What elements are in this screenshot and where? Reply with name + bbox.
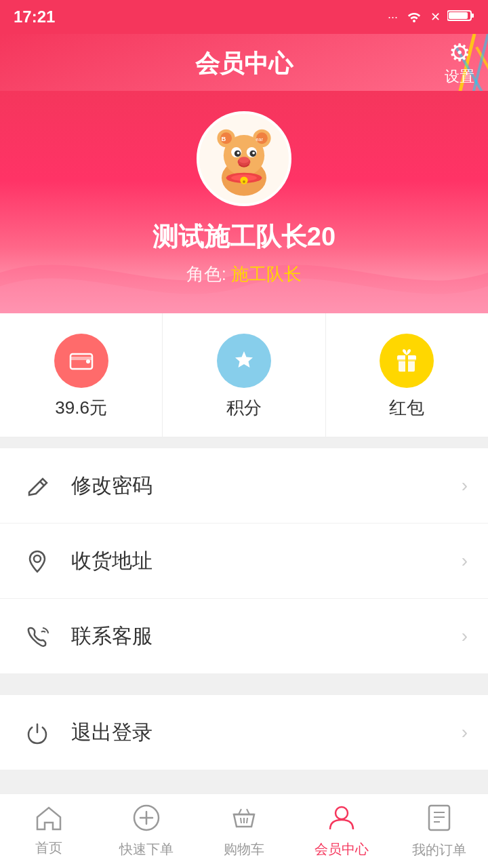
menu-item-change-password[interactable]: 修改密码 ›	[0, 448, 488, 524]
gift-icon	[380, 334, 434, 388]
logout-label: 退出登录	[71, 719, 462, 747]
battery-icon	[447, 9, 474, 26]
location-icon	[20, 544, 54, 578]
nav-cart[interactable]: 购物车	[195, 794, 293, 868]
avatar-container: B ear	[0, 91, 488, 220]
avatar-image: B ear	[199, 111, 289, 206]
status-bar: 17:21 ··· ✕	[0, 0, 488, 34]
nav-orders[interactable]: 我的订单	[390, 794, 488, 868]
username: 测试施工队长20	[0, 220, 488, 254]
svg-point-19	[239, 157, 249, 163]
role-prefix: 角色:	[186, 264, 231, 284]
menu-group-1: 修改密码 › 收货地址 › 联系客服 ›	[0, 448, 488, 673]
status-time: 17:21	[14, 7, 55, 26]
arrow-icon-service: ›	[462, 625, 468, 647]
arrow-icon-password: ›	[462, 475, 468, 496]
role-name: 施工队长	[231, 264, 302, 284]
close-icon: ✕	[430, 9, 441, 24]
stats-row: 39.6元 积分 红包	[0, 313, 488, 437]
svg-point-39	[336, 807, 348, 819]
wallet-value: 39.6元	[55, 396, 107, 420]
menu-item-address[interactable]: 收货地址 ›	[0, 524, 488, 599]
nav-home-label: 首页	[35, 839, 62, 857]
gear-icon: ⚙	[449, 41, 470, 65]
menu-item-logout[interactable]: 退出登录 ›	[0, 695, 488, 770]
svg-line-38	[247, 818, 247, 823]
nav-quick-order-label: 快速下单	[119, 840, 174, 859]
plus-circle-icon	[132, 804, 161, 836]
arrow-icon-logout: ›	[462, 722, 468, 743]
svg-text:ear: ear	[256, 136, 263, 142]
svg-rect-1	[471, 14, 474, 18]
nav-member[interactable]: 会员中心	[293, 794, 390, 868]
menu-item-customer-service[interactable]: 联系客服 ›	[0, 599, 488, 673]
avatar: B ear	[197, 111, 291, 206]
stat-wallet[interactable]: 39.6元	[0, 313, 163, 437]
stat-points[interactable]: 积分	[163, 313, 325, 437]
settings-label: 设置	[445, 66, 474, 87]
signal-icon: ···	[388, 10, 398, 24]
change-password-label: 修改密码	[71, 472, 462, 500]
settings-button[interactable]: ⚙ 设置	[445, 41, 474, 87]
user-icon	[327, 804, 356, 836]
nav-orders-label: 我的订单	[412, 841, 466, 859]
header-top: 会员中心 ⚙ 设置	[0, 34, 488, 91]
svg-rect-27	[70, 357, 92, 360]
power-icon	[20, 715, 54, 749]
basket-icon	[230, 804, 258, 836]
svg-point-23	[243, 180, 245, 183]
nav-home[interactable]: 首页	[0, 794, 98, 868]
address-label: 收货地址	[71, 547, 462, 575]
svg-point-33	[34, 555, 41, 562]
stat-redpacket[interactable]: 红包	[326, 313, 488, 437]
svg-line-36	[241, 818, 241, 823]
svg-rect-2	[449, 12, 468, 19]
svg-rect-31	[405, 355, 408, 372]
role-text: 角色: 施工队长	[0, 262, 488, 286]
profile-section: B ear 测试施工队长20 角色: 施工队长	[0, 91, 488, 313]
star-icon	[217, 334, 271, 388]
menu-divider	[0, 673, 488, 684]
edit-icon	[20, 469, 54, 502]
svg-point-16	[237, 152, 240, 155]
phone-icon	[20, 619, 54, 653]
arrow-icon-address: ›	[462, 550, 468, 572]
menu-group-2: 退出登录 ›	[0, 695, 488, 770]
svg-point-22	[240, 176, 247, 184]
svg-text:B: B	[221, 135, 226, 142]
svg-point-28	[86, 359, 90, 363]
document-icon	[426, 803, 452, 837]
status-icons: ··· ✕	[388, 9, 474, 26]
svg-rect-32	[397, 359, 416, 361]
home-icon	[35, 805, 63, 835]
redpacket-label: 红包	[389, 396, 424, 420]
header: 会员中心 ⚙ 设置	[0, 34, 488, 91]
bottom-nav: 首页 快速下单 购物车	[0, 793, 488, 868]
wallet-icon	[54, 334, 108, 388]
nav-cart-label: 购物车	[224, 840, 264, 859]
nav-member-label: 会员中心	[314, 840, 369, 859]
page-title: 会员中心	[195, 47, 293, 81]
customer-service-label: 联系客服	[71, 623, 462, 650]
wifi-icon	[405, 9, 424, 26]
svg-point-17	[252, 152, 255, 155]
points-label: 积分	[226, 396, 262, 420]
nav-quick-order[interactable]: 快速下单	[98, 794, 195, 868]
